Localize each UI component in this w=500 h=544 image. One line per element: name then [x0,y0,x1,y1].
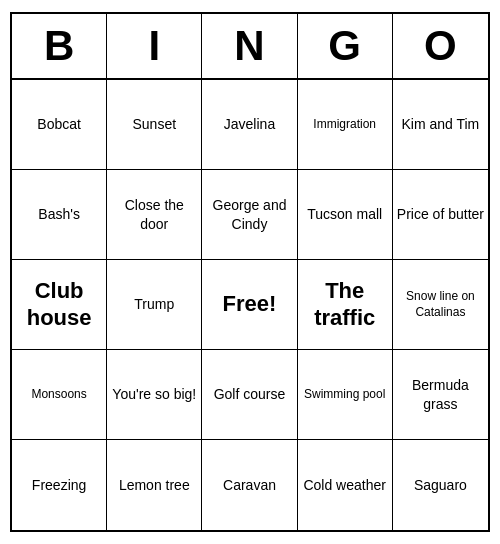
bingo-cell-18[interactable]: Swimming pool [298,350,393,440]
bingo-cell-6[interactable]: Close the door [107,170,202,260]
bingo-grid: BobcatSunsetJavelinaImmigrationKim and T… [12,80,488,530]
bingo-cell-1[interactable]: Sunset [107,80,202,170]
bingo-cell-8[interactable]: Tucson mall [298,170,393,260]
bingo-cell-12[interactable]: Free! [202,260,297,350]
letter-o: O [393,14,488,78]
bingo-cell-4[interactable]: Kim and Tim [393,80,488,170]
letter-n: N [202,14,297,78]
bingo-cell-15[interactable]: Monsoons [12,350,107,440]
bingo-cell-10[interactable]: Club house [12,260,107,350]
bingo-cell-23[interactable]: Cold weather [298,440,393,530]
bingo-header: B I N G O [12,14,488,80]
bingo-cell-5[interactable]: Bash's [12,170,107,260]
bingo-cell-22[interactable]: Caravan [202,440,297,530]
bingo-cell-20[interactable]: Freezing [12,440,107,530]
bingo-cell-7[interactable]: George and Cindy [202,170,297,260]
bingo-cell-11[interactable]: Trump [107,260,202,350]
bingo-cell-14[interactable]: Snow line on Catalinas [393,260,488,350]
bingo-cell-24[interactable]: Saguaro [393,440,488,530]
bingo-card: B I N G O BobcatSunsetJavelinaImmigratio… [10,12,490,532]
bingo-cell-0[interactable]: Bobcat [12,80,107,170]
letter-b: B [12,14,107,78]
bingo-cell-3[interactable]: Immigration [298,80,393,170]
bingo-cell-16[interactable]: You're so big! [107,350,202,440]
letter-g: G [298,14,393,78]
letter-i: I [107,14,202,78]
bingo-cell-13[interactable]: The traffic [298,260,393,350]
bingo-cell-9[interactable]: Price of butter [393,170,488,260]
bingo-cell-21[interactable]: Lemon tree [107,440,202,530]
bingo-cell-17[interactable]: Golf course [202,350,297,440]
bingo-cell-19[interactable]: Bermuda grass [393,350,488,440]
bingo-cell-2[interactable]: Javelina [202,80,297,170]
